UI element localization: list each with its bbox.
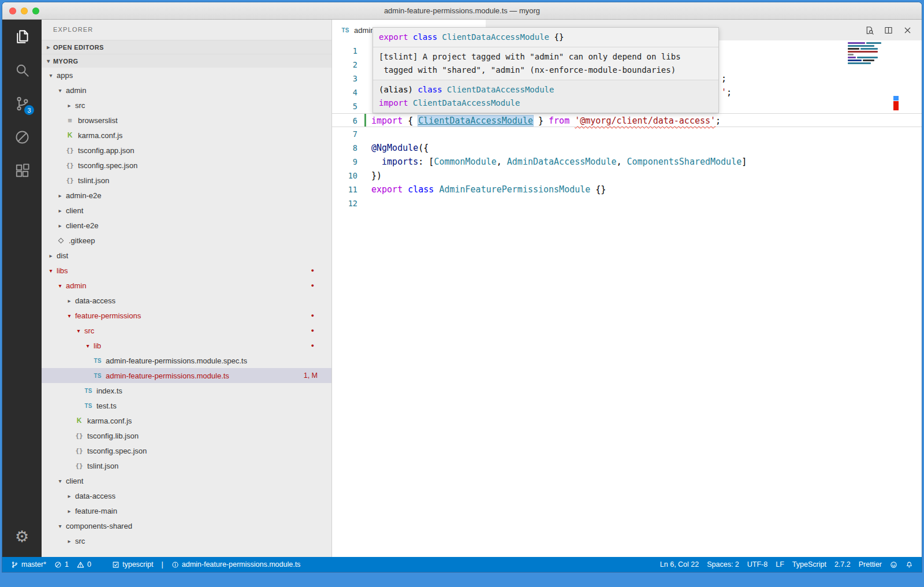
status-errors[interactable]: 1 [50, 557, 73, 572]
tree-item[interactable]: ▸data-access [42, 293, 331, 308]
zoom-window-button[interactable] [32, 8, 39, 14]
tree-item[interactable]: ▾components-shared [42, 518, 331, 533]
status-indentation[interactable]: Spaces: 2 [703, 557, 743, 572]
tree-item[interactable]: ▸client-e2e [42, 218, 331, 233]
tree-item[interactable]: Kkarma.conf.js [42, 413, 331, 428]
line-number[interactable]: 2 [332, 58, 357, 72]
line-number[interactable]: 1 [332, 44, 357, 58]
tree-item[interactable]: ▸src [42, 98, 331, 113]
tree-item[interactable]: ≡browserslist [42, 113, 331, 128]
activity-debug[interactable] [2, 120, 42, 154]
tree-item[interactable]: TSadmin-feature-permissions.module.spec.… [42, 353, 331, 368]
close-editor-icon[interactable] [903, 25, 912, 35]
chevron-down-icon: ▾ [44, 58, 53, 64]
tree-item-label: admin [65, 86, 86, 95]
minimap[interactable] [848, 42, 885, 65]
tree-item[interactable]: ▾libs● [42, 263, 331, 278]
code-line-7[interactable]: 7 [332, 127, 922, 141]
tree-item[interactable]: ▾src● [42, 323, 331, 338]
tree-item[interactable]: ▸dist [42, 248, 331, 263]
json-file-icon: {} [74, 462, 84, 470]
activity-settings[interactable]: ⚙ [2, 520, 42, 553]
tree-item[interactable]: {}tsconfig.spec.json [42, 158, 331, 173]
line-number[interactable]: 5 [332, 99, 357, 113]
tree-item[interactable]: {}tslint.json [42, 173, 331, 188]
json-file-icon: {} [74, 432, 84, 440]
tree-item[interactable]: TSadmin-feature-permissions.module.ts1, … [42, 368, 331, 383]
tree-item[interactable]: TStest.ts [42, 398, 331, 413]
tree-item[interactable]: ▾apps [42, 68, 331, 83]
symbol-link[interactable]: ClientDataAccessModule [418, 116, 533, 126]
tree-item[interactable]: {}tslint.json [42, 458, 331, 473]
hover-token: ClientDataAccessModule [413, 98, 520, 107]
status-label: Prettier [859, 560, 882, 569]
extensions-icon [14, 162, 31, 179]
line-number[interactable]: 10 [332, 169, 357, 183]
hover-token: {} [549, 32, 564, 42]
chevron-right-icon: ▸ [65, 493, 74, 499]
line-number[interactable]: 7 [332, 127, 357, 141]
code-line-11[interactable]: 11export class AdminFeaturePermissionsMo… [332, 183, 922, 196]
tree-item[interactable]: ▸feature-main [42, 503, 331, 518]
line-number[interactable]: 9 [332, 155, 357, 169]
status-warnings[interactable]: 0 [73, 557, 95, 572]
status-feedback[interactable] [886, 557, 901, 572]
tree-item[interactable]: ▸data-access [42, 488, 331, 503]
tree-item[interactable]: ▾lib● [42, 338, 331, 353]
open-editors-header[interactable]: ▸ OPEN EDITORS [42, 40, 331, 54]
tree-item[interactable]: ▾feature-permissions● [42, 308, 331, 323]
activity-explorer[interactable] [2, 20, 42, 53]
chevron-down-icon: ▾ [83, 343, 92, 349]
code-line-9[interactable]: 9 imports: [CommonModule, AdminDataAcces… [332, 155, 922, 169]
window-title: admin-feature-permissions.module.ts — my… [384, 6, 540, 15]
line-number[interactable]: 12 [332, 196, 357, 210]
code-token: from [549, 116, 569, 126]
line-number[interactable]: 4 [332, 86, 357, 99]
code-line-10[interactable]: 10}) [332, 169, 922, 183]
workspace-root-header[interactable]: ▾ MYORG [42, 54, 331, 68]
activity-extensions[interactable] [2, 154, 42, 187]
line-number[interactable]: 8 [332, 141, 357, 155]
code-line-8[interactable]: 8@NgModule({ [332, 141, 922, 155]
minimap-segment [848, 48, 859, 50]
code-line-12[interactable]: 12 [332, 196, 922, 210]
status-git-branch[interactable]: master* [7, 557, 50, 572]
tree-item[interactable]: {}tsconfig.spec.json [42, 443, 331, 458]
code-line-6[interactable]: 6import { ClientDataAccessModule } from … [332, 113, 922, 127]
minimize-window-button[interactable] [21, 8, 28, 14]
tree-item[interactable]: {}tsconfig.app.json [42, 143, 331, 158]
status-ts-version[interactable]: 2.7.2 [830, 557, 855, 572]
status-eol[interactable]: LF [772, 557, 788, 572]
tree-item[interactable]: .gitkeep [42, 233, 331, 248]
line-number[interactable]: 3 [332, 72, 357, 86]
activity-search[interactable] [2, 53, 42, 87]
split-editor-icon[interactable] [884, 25, 893, 35]
status-label: admin-feature-permissions.module.ts [182, 560, 301, 569]
tree-item[interactable]: ▸client [42, 203, 331, 218]
status-ts-project[interactable]: typescript [108, 557, 158, 572]
status-cursor-position[interactable]: Ln 6, Col 22 [656, 557, 703, 572]
tree-item[interactable]: Kkarma.conf.js [42, 128, 331, 143]
status-active-file-info[interactable]: admin-feature-permissions.module.ts [167, 557, 305, 572]
tree-item[interactable]: TSindex.ts [42, 383, 331, 398]
status-prettier[interactable]: Prettier [855, 557, 886, 572]
close-window-button[interactable] [9, 8, 16, 14]
open-preview-icon[interactable] [865, 25, 874, 35]
activity-source-control[interactable]: 3 [2, 87, 42, 120]
chevron-down-icon: ▾ [55, 478, 65, 484]
tree-item[interactable]: ▾admin● [42, 278, 331, 293]
status-encoding[interactable]: UTF-8 [743, 557, 772, 572]
status-language-mode[interactable]: TypeScript [788, 557, 830, 572]
tree-item[interactable]: {}tsconfig.lib.json [42, 428, 331, 443]
activity-bar-bottom: ⚙ [2, 520, 42, 553]
code-area[interactable]: 123;4';56import { ClientDataAccessModule… [332, 40, 922, 557]
status-notifications[interactable] [901, 557, 917, 572]
tree-item[interactable]: ▾admin [42, 83, 331, 98]
chevron-right-icon: ▸ [65, 508, 74, 514]
tree-item[interactable]: ▸src [42, 533, 331, 548]
code-token: , [497, 157, 507, 167]
tree-item[interactable]: ▾client [42, 473, 331, 488]
tree-item[interactable]: ▸admin-e2e [42, 188, 331, 203]
line-number[interactable]: 11 [332, 183, 357, 196]
line-number[interactable]: 6 [332, 114, 357, 127]
